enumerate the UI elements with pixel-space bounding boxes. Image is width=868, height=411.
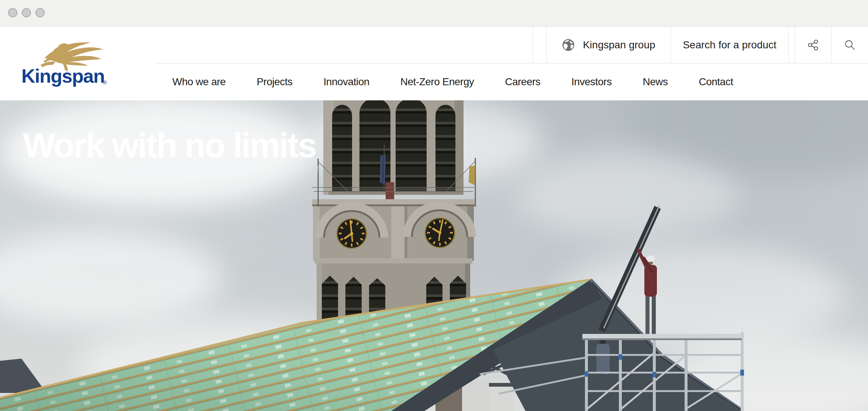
globe-icon — [562, 38, 575, 52]
nav-item-careers[interactable]: Careers — [505, 76, 540, 88]
nav-item-innovation[interactable]: Innovation — [324, 76, 369, 88]
tower-door — [386, 182, 394, 199]
nav-item-net-zero-energy[interactable]: Net-Zero Energy — [400, 76, 474, 88]
topbar-divider — [533, 27, 533, 63]
window-control-icon[interactable] — [35, 8, 45, 17]
share-icon — [807, 39, 819, 51]
nav-item-news[interactable]: News — [643, 76, 668, 88]
window-title-bar — [0, 0, 868, 27]
search-button[interactable] — [831, 27, 868, 63]
clock-face-left — [337, 219, 366, 248]
nav-item-contact[interactable]: Contact — [699, 76, 733, 88]
window-control-icon[interactable] — [8, 8, 17, 17]
nav-item-investors[interactable]: Investors — [571, 76, 612, 88]
window-control-icon[interactable] — [22, 8, 31, 17]
hero-banner: Work with no limits — [0, 100, 868, 411]
search-product-label: Search for a product — [683, 39, 776, 51]
site-header: Kingspan ® Kingspan group Search for a p… — [0, 27, 868, 100]
yellow-flag — [469, 165, 475, 185]
nav-item-who-we-are[interactable]: Who we are — [172, 76, 225, 88]
search-icon — [844, 39, 856, 51]
hard-hat — [647, 255, 655, 262]
kingspan-group-link[interactable]: Kingspan group — [546, 27, 671, 63]
search-product-link[interactable]: Search for a product — [671, 27, 789, 63]
white-flag — [311, 166, 318, 176]
hero-title: Work with no limits — [23, 128, 316, 163]
main-navigation: Who we are Projects Innovation Net-Zero … — [172, 63, 733, 100]
kingspan-group-label: Kingspan group — [583, 39, 655, 51]
logo-wordmark: Kingspan — [21, 65, 104, 87]
kingspan-logo[interactable]: Kingspan ® — [21, 38, 110, 89]
nav-item-projects[interactable]: Projects — [256, 76, 292, 88]
share-button[interactable] — [795, 27, 831, 63]
logo-registered-mark: ® — [103, 80, 107, 86]
clock-face-right — [425, 218, 455, 248]
